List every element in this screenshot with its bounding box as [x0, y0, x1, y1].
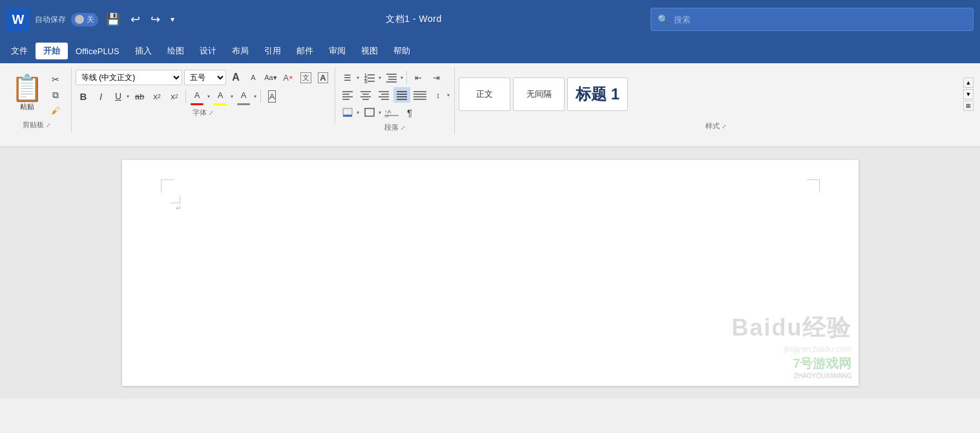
menu-design[interactable]: 设计	[192, 43, 224, 59]
menu-layout[interactable]: 布局	[224, 43, 256, 59]
cut-button[interactable]: ✂	[47, 72, 65, 86]
font-size-select[interactable]: 五号	[184, 70, 226, 85]
clipboard-group-label: 剪贴板 ⤢	[6, 119, 67, 132]
show-marks-button[interactable]: ¶	[401, 105, 418, 120]
strikethrough-button[interactable]: ab	[132, 88, 147, 104]
underline-button[interactable]: U	[110, 88, 126, 104]
italic-button[interactable]: I	[93, 88, 109, 104]
paste-label: 粘贴	[20, 102, 34, 112]
multilevel-dropdown[interactable]: ▾	[400, 75, 404, 81]
style-heading1[interactable]: 标题 1	[567, 77, 628, 111]
margin-marker-tl	[161, 179, 174, 192]
change-case-button[interactable]: Aa▾	[263, 70, 278, 85]
svg-rect-33	[365, 108, 374, 116]
style-normal[interactable]: 正文	[459, 77, 510, 111]
font-group: 等线 (中文正文) 五号 A A Aa▾ A✕ 文 A	[72, 67, 335, 124]
styles-group: 正文 无间隔 标题 1 ▲ ▼ ⊞ 样式 ⤢	[455, 67, 977, 133]
font-color-dropdown[interactable]: ▾	[207, 94, 211, 99]
search-icon: 🔍	[658, 14, 669, 25]
search-box[interactable]: 🔍	[651, 8, 974, 31]
style-nospace[interactable]: 无间隔	[513, 77, 565, 111]
styles-expand[interactable]: ⊞	[963, 101, 974, 111]
justify-button[interactable]	[393, 87, 410, 103]
sort-button[interactable]: ↑A↓Z	[383, 105, 400, 120]
menu-references[interactable]: 引用	[256, 43, 289, 59]
menu-officeplus[interactable]: OfficePLUS	[68, 44, 127, 59]
clear-format-button[interactable]: A✕	[280, 70, 296, 85]
char-shade-dropdown[interactable]: ▾	[253, 94, 257, 99]
clipboard-group: 📋 粘贴 ✂ ⧉ 🖌 剪贴板 ⤢	[3, 67, 72, 132]
menu-insert[interactable]: 插入	[127, 43, 160, 59]
styles-scrollbar: ▲ ▼ ⊞	[963, 77, 974, 111]
highlight-dropdown[interactable]: ▾	[230, 94, 234, 99]
menu-file[interactable]: 文件	[3, 43, 36, 59]
shading-dropdown[interactable]: ▾	[356, 110, 360, 116]
title-bar: W 自动保存 关 💾 ↩ ↪ ▾ 文档1 - Word 🔍	[0, 0, 980, 39]
borders-dropdown[interactable]: ▾	[378, 110, 382, 116]
multilevel-button[interactable]	[383, 70, 400, 85]
superscript-button[interactable]: x2	[167, 88, 182, 104]
align-center-button[interactable]	[357, 87, 374, 103]
styles-group-label: 样式 ⤢	[459, 120, 974, 133]
autosave-toggle[interactable]: 关	[71, 13, 98, 26]
char-shade-button[interactable]: A	[236, 87, 251, 103]
align-right-button[interactable]	[375, 87, 392, 103]
paragraph-expand-icon[interactable]: ⤢	[401, 125, 406, 131]
undo-button[interactable]: ↩	[128, 11, 143, 28]
char-border2-button[interactable]: A	[264, 88, 280, 104]
svg-rect-31	[343, 108, 352, 115]
styles-scroll-up[interactable]: ▲	[963, 77, 974, 88]
font-expand-icon[interactable]: ⤢	[209, 110, 214, 116]
bold-button[interactable]: B	[76, 88, 91, 104]
paragraph-group: ☰ ▾ 1.2.3. ▾ ▾	[335, 67, 455, 134]
watermark-brand: 7号游戏网 ZHAOYOUXIWANG	[793, 355, 851, 379]
styles-scroll-down[interactable]: ▼	[963, 89, 974, 99]
font-grow-button[interactable]: A	[228, 70, 244, 85]
increase-indent-button[interactable]: ⇥	[428, 70, 444, 85]
document-page[interactable]: ↵ Baidu经验 jingyan.baidu.com 7号游戏网 ZHAOYO…	[122, 160, 859, 386]
save-button[interactable]: 💾	[103, 11, 123, 28]
paste-button[interactable]: 📋 粘贴	[9, 70, 45, 116]
svg-text:↓Z: ↓Z	[384, 114, 389, 117]
word-logo: W	[6, 8, 30, 31]
borders-button[interactable]	[361, 105, 378, 120]
highlight-button[interactable]: A	[213, 87, 228, 103]
paste-icon: 📋	[11, 75, 43, 101]
decrease-indent-button[interactable]: ⇤	[410, 70, 426, 85]
underline-dropdown[interactable]: ▾	[126, 94, 130, 99]
line-spacing-button[interactable]: ↕	[430, 87, 446, 103]
char-border-button[interactable]: A	[315, 70, 331, 85]
toggle-state: 关	[87, 14, 94, 25]
menu-view[interactable]: 视图	[353, 43, 386, 59]
enter-mark: ↵	[176, 204, 182, 212]
menu-mailings[interactable]: 邮件	[289, 43, 321, 59]
numbering-button[interactable]: 1.2.3.	[361, 70, 378, 85]
align-left-button[interactable]	[339, 87, 356, 103]
phonetic-button[interactable]: 文	[298, 70, 313, 85]
menu-review[interactable]: 审阅	[321, 43, 353, 59]
clipboard-expand-icon[interactable]: ⤢	[46, 122, 51, 128]
font-color-button[interactable]: A	[189, 87, 205, 103]
copy-button[interactable]: ⧉	[47, 88, 65, 102]
watermark: Baidu经验 jingyan.baidu.com	[731, 312, 851, 354]
styles-expand-icon[interactable]: ⤢	[722, 123, 727, 130]
shading-button[interactable]	[339, 105, 356, 120]
distributed-button[interactable]: ↔	[412, 87, 428, 103]
bullets-dropdown[interactable]: ▾	[356, 75, 360, 81]
document-area[interactable]: ↵ Baidu经验 jingyan.baidu.com 7号游戏网 ZHAOYO…	[0, 147, 980, 399]
bullets-button[interactable]: ☰	[339, 70, 356, 85]
customize-qat-button[interactable]: ▾	[168, 14, 177, 25]
font-name-select[interactable]: 等线 (中文正文)	[76, 70, 182, 85]
subscript-button[interactable]: x2	[149, 88, 165, 104]
search-input[interactable]	[674, 15, 966, 25]
doc-title: 文档1 - Word	[182, 14, 645, 25]
menu-help[interactable]: 帮助	[386, 43, 418, 59]
font-shrink-button[interactable]: A	[245, 70, 261, 85]
numbering-dropdown[interactable]: ▾	[378, 75, 382, 81]
menu-bar: 文件 开始 OfficePLUS 插入 绘图 设计 布局 引用 邮件 审阅 视图…	[0, 39, 980, 63]
line-spacing-dropdown[interactable]: ▾	[446, 92, 450, 98]
format-painter-button[interactable]: 🖌	[47, 103, 65, 117]
menu-home[interactable]: 开始	[36, 43, 68, 59]
redo-button[interactable]: ↪	[148, 11, 163, 28]
menu-draw[interactable]: 绘图	[160, 43, 192, 59]
